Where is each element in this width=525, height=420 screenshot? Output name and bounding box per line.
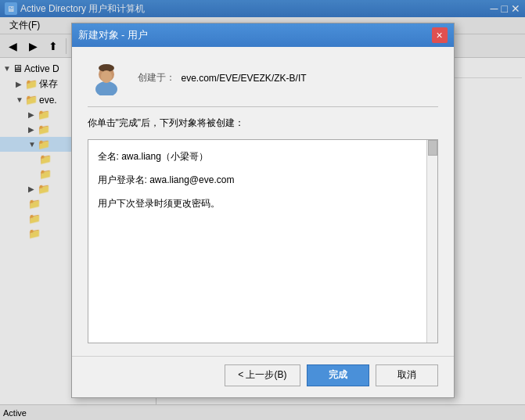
avatar-svg xyxy=(89,61,124,95)
summary-content: 全名: awa.liang（小梁哥） 用户登录名: awa.liang@eve.… xyxy=(98,149,428,210)
dialog-header-row: 创建于： eve.com/EVE/EVEZK/ZK-B/IT xyxy=(88,59,438,107)
dialog-close-button[interactable]: × xyxy=(432,27,448,43)
created-by-label: 创建于： xyxy=(138,71,175,84)
summary-line-3: 用户下次登录时须更改密码。 xyxy=(98,196,415,210)
created-by-value: eve.com/EVE/EVEZK/ZK-B/IT xyxy=(182,73,307,84)
user-avatar xyxy=(88,59,125,97)
dialog-titlebar: 新建对象 - 用户 × xyxy=(72,23,454,47)
created-label: 创建于： eve.com/EVE/EVEZK/ZK-B/IT xyxy=(138,71,307,84)
dialog-footer: < 上一步(B) 完成 取消 xyxy=(72,356,454,397)
dialog: 新建对象 - 用户 × xyxy=(71,23,455,398)
summary-line-2: 用户登录名: awa.liang@eve.com xyxy=(98,173,415,187)
dialog-title: 新建对象 - 用户 xyxy=(78,28,149,42)
svg-point-7 xyxy=(101,70,112,83)
cancel-button[interactable]: 取消 xyxy=(376,364,438,386)
svg-point-4 xyxy=(95,81,117,95)
created-info: 创建于： eve.com/EVE/EVEZK/ZK-B/IT xyxy=(138,71,307,84)
summary-line-1: 全名: awa.liang（小梁哥） xyxy=(98,149,415,163)
dialog-info-text: 你单击"完成"后，下列对象将被创建： xyxy=(88,117,438,130)
finish-button[interactable]: 完成 xyxy=(307,364,369,386)
dialog-overlay: 新建对象 - 用户 × xyxy=(0,0,525,420)
dialog-summary-box: 全名: awa.liang（小梁哥） 用户登录名: awa.liang@eve.… xyxy=(88,139,438,343)
summary-scrollbar[interactable] xyxy=(426,140,437,343)
scrollbar-thumb[interactable] xyxy=(428,140,437,156)
back-button[interactable]: < 上一步(B) xyxy=(225,364,300,386)
dialog-body: 创建于： eve.com/EVE/EVEZK/ZK-B/IT 你单击"完成"后，… xyxy=(72,47,454,356)
